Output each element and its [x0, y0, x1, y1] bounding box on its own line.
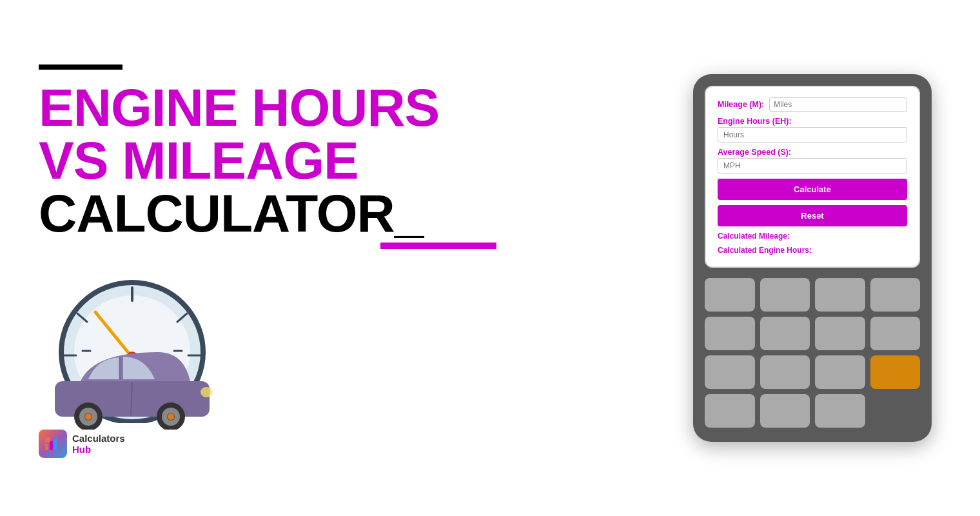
- key-9[interactable]: [705, 355, 755, 389]
- calculator: Mileage (M): Engine Hours (EH): Average …: [693, 74, 932, 442]
- key-6[interactable]: [760, 317, 810, 350]
- title-line3: CALCULATOR_: [39, 187, 496, 249]
- engine-hours-input[interactable]: [718, 127, 907, 143]
- average-speed-input[interactable]: [718, 158, 907, 174]
- key-14[interactable]: [815, 394, 865, 428]
- svg-point-23: [201, 387, 212, 397]
- title-line1: ENGINE HOURS: [39, 81, 439, 134]
- logo-name1: Calculators: [72, 433, 125, 444]
- key-3[interactable]: [815, 278, 865, 312]
- key-1[interactable]: [705, 278, 755, 312]
- key-5[interactable]: [705, 317, 755, 350]
- logo-icon: [39, 430, 67, 458]
- svg-rect-25: [45, 444, 48, 450]
- logo-text: Calculators Hub: [72, 433, 125, 455]
- mileage-input[interactable]: [769, 97, 907, 112]
- title-line2: VS MILEAGE: [39, 134, 358, 187]
- svg-point-21: [85, 413, 92, 420]
- average-speed-label: Average Speed (S):: [718, 148, 791, 157]
- keypad: [705, 278, 920, 428]
- key-11[interactable]: [815, 355, 865, 389]
- logo-area: Calculators Hub: [39, 430, 125, 458]
- svg-rect-26: [50, 441, 53, 450]
- svg-rect-27: [54, 439, 57, 450]
- key-7[interactable]: [815, 317, 865, 350]
- top-bar-decoration: [39, 64, 122, 70]
- key-4[interactable]: [870, 278, 921, 312]
- key-13[interactable]: [760, 394, 810, 428]
- key-8[interactable]: [870, 317, 921, 350]
- mileage-label: Mileage (M):: [718, 100, 764, 109]
- reset-button[interactable]: Reset: [718, 205, 907, 226]
- key-orange[interactable]: [870, 355, 921, 389]
- calculator-screen: Mileage (M): Engine Hours (EH): Average …: [705, 86, 920, 268]
- svg-rect-28: [45, 437, 50, 442]
- calculated-mileage-label: Calculated Mileage:: [718, 232, 907, 241]
- average-speed-label-row: Average Speed (S):: [718, 148, 907, 157]
- car-svg: [42, 339, 222, 430]
- calculated-engine-hours-label: Calculated Engine Hours:: [718, 246, 907, 255]
- logo-name2: Hub: [72, 444, 125, 455]
- left-section: ENGINE HOURS VS MILEAGE CALCULATOR_: [39, 52, 683, 464]
- engine-hours-label: Engine Hours (EH):: [718, 117, 792, 126]
- key-2[interactable]: [760, 278, 810, 312]
- illustration: [39, 268, 226, 423]
- key-10[interactable]: [760, 355, 810, 389]
- engine-hours-label-row: Engine Hours (EH):: [718, 117, 907, 126]
- right-section: Mileage (M): Engine Hours (EH): Average …: [683, 74, 941, 442]
- svg-point-22: [168, 413, 174, 420]
- mileage-field-row: Mileage (M):: [718, 97, 907, 112]
- key-12[interactable]: [705, 394, 755, 428]
- calculate-button[interactable]: Calculate: [718, 179, 907, 200]
